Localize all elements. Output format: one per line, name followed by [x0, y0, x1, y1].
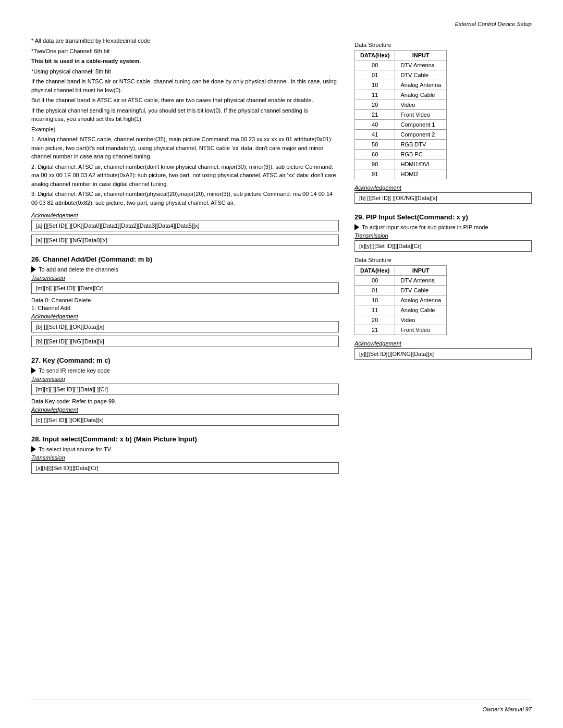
para-1: If the channel band is NTSC air or NTSC … [31, 77, 339, 94]
section-28-transmission-label: Transmission [31, 454, 339, 461]
section-26-ack-label: Acknowledgement [31, 313, 339, 319]
section-27: 27. Key (Command: m c) To send IR remote… [31, 356, 339, 426]
section-26-data-note-0: Data 0: Channel Delete [31, 297, 339, 303]
footer-text: Owner's Manual 97 [483, 706, 532, 712]
section-27-bullet-text: To send IR remote key code [39, 367, 110, 374]
table-row: 11Analog Cable [355, 90, 447, 100]
section-29-bullet: To adjust input source for sub picture i… [354, 224, 532, 230]
triangle-icon [31, 266, 36, 273]
input-table-29: DATA(Hex) INPUT 00DTV Antenna01DTV Cable… [354, 265, 447, 335]
section-28-tx-code: [x][b][][Set ID][][Data][Cr] [31, 462, 339, 474]
section-29-tx-code: [x][y][][Set ID][][Data][Cr] [354, 240, 532, 252]
section-27-tx-code: [m][c][ ][Set ID][ ][Data][ ][Cr] [31, 384, 339, 395]
note-hex: * All data are transmitted by Hexadecima… [31, 36, 339, 45]
section-27-title: 27. Key (Command: m c) [31, 356, 339, 364]
para-2: But if the channel band is ATSC air or A… [31, 96, 339, 105]
section-28: 28. Input select(Command: x b) (Main Pic… [31, 435, 339, 474]
para-5: 1. Analog channel: NTSC cable, channel n… [31, 135, 339, 161]
section-27-ack-line: [c] [][Set ID][ ][OK][Data][x] [31, 414, 339, 426]
table-row: 40Component 1 [355, 120, 447, 130]
table-29-header-1: INPUT [395, 266, 447, 276]
section-29-title: 29. PIP Input Select(Command: x y) [354, 213, 532, 221]
para-6: 2. Digital channel: ATSC air, channel nu… [31, 163, 339, 189]
section-29-ack-line: [y][][Set ID][][OK/NG][Data][x] [354, 348, 532, 360]
section-26-ack-0: [b] [][Set ID][ ][OK][Data][x] [31, 321, 339, 332]
bold-note: This bit is used in a cable-ready system… [31, 57, 339, 66]
para-7: 3. Digital channel: ATSC air, channel nu… [31, 190, 339, 207]
section-26-bullet: To add and delete the channels [31, 266, 339, 273]
table-top-header-1: INPUT [395, 51, 447, 60]
table-row: 41Component 2 [355, 130, 447, 140]
note-channel: *Two/One part Channel: 6th bit [31, 47, 339, 56]
table-row: 20Video [355, 315, 447, 325]
section-29-data-structure: Data Structure [354, 257, 532, 263]
table-row: 50RGB DTV [355, 140, 447, 150]
ack-top-line1: [a] [][Set ID][ ][OK][Data0][Data1][Data… [31, 220, 339, 231]
section-28-bullet-text: To select input source for TV. [39, 446, 112, 452]
section-29-ack-label: Acknowledgement [354, 340, 532, 347]
section-26-data-note-1: 1: Channel Add [31, 305, 339, 311]
section-26-ack-1: [b] [][Set ID][ ][NG][Data][x] [31, 336, 339, 347]
table-row: 10Analog Antenna [355, 80, 447, 90]
footer-line [31, 699, 532, 699]
table-row: 01DTV Cable [355, 70, 447, 80]
section-26-transmission-label: Transmission [31, 275, 339, 281]
section-26-tx-code: [m][b][ ][Set ID][ ][Data][Cr] [31, 282, 339, 294]
section-29-bullet-text: To adjust input source for sub picture i… [362, 224, 488, 230]
table-row: 01DTV Cable [355, 286, 447, 295]
section-27-data-note: Data Key code: Refer to page 99. [31, 398, 339, 404]
header-title: External Control Device Setup [455, 21, 532, 27]
left-column: * All data are transmitted by Hexadecima… [31, 36, 339, 482]
para-3: If the physical channel sending is meani… [31, 106, 339, 124]
table-row: 60RGB PC [355, 150, 447, 159]
table-row: 11Analog Cable [355, 305, 447, 315]
table-top-header-0: DATA(Hex) [355, 51, 395, 60]
section-29: 29. PIP Input Select(Command: x y) To ad… [354, 213, 532, 360]
ack-top-line2: [a] [][Set ID][ ][NG][Data0][x] [31, 235, 339, 246]
ack-top-label: Acknowledgement [31, 212, 339, 218]
table-row: 90HDMI1/DVI [355, 159, 447, 169]
table-row: 20Video [355, 100, 447, 110]
para-0: *Using physical channel: 5th bit [31, 67, 339, 76]
section-28-bullet: To select input source for TV. [31, 446, 339, 452]
table-row: 91HDMI2 [355, 169, 447, 179]
table-row: 10Analog Antenna [355, 295, 447, 305]
ack-right-top-label: Acknowledgement [354, 184, 532, 191]
section-26: 26. Channel Add/Del (Command: m b) To ad… [31, 255, 339, 347]
data-structure-label-top: Data Structure [354, 42, 532, 48]
section-27-ack-label: Acknowledgement [31, 406, 339, 413]
footer: Owner's Manual 97 [483, 706, 532, 712]
ack-right-top-line: [b] [][Set ID][ ][OK/NG][Data][x] [354, 192, 532, 204]
section-28-title: 28. Input select(Command: x b) (Main Pic… [31, 435, 339, 443]
section-26-title: 26. Channel Add/Del (Command: m b) [31, 255, 339, 263]
table-row: 00DTV Antenna [355, 60, 447, 70]
page: External Control Device Setup * All data… [0, 0, 563, 728]
para-4: Example) [31, 125, 339, 134]
page-header: External Control Device Setup [31, 21, 532, 27]
input-table-top: DATA(Hex) INPUT 00DTV Antenna01DTV Cable… [354, 50, 447, 179]
table-29-header-0: DATA(Hex) [355, 266, 395, 276]
section-27-bullet: To send IR remote key code [31, 367, 339, 374]
triangle-icon-29 [354, 224, 359, 230]
table-row: 21Front Video [355, 110, 447, 120]
section-27-transmission-label: Transmission [31, 376, 339, 382]
triangle-icon-27 [31, 367, 36, 374]
section-29-transmission-label: Transmission [354, 232, 532, 239]
table-row: 21Front Video [355, 325, 447, 335]
triangle-icon-28 [31, 446, 36, 452]
section-26-bullet-text: To add and delete the channels [39, 266, 118, 273]
right-column: Data Structure DATA(Hex) INPUT 00DTV Ant… [354, 36, 532, 482]
table-row: 00DTV Antenna [355, 276, 447, 286]
